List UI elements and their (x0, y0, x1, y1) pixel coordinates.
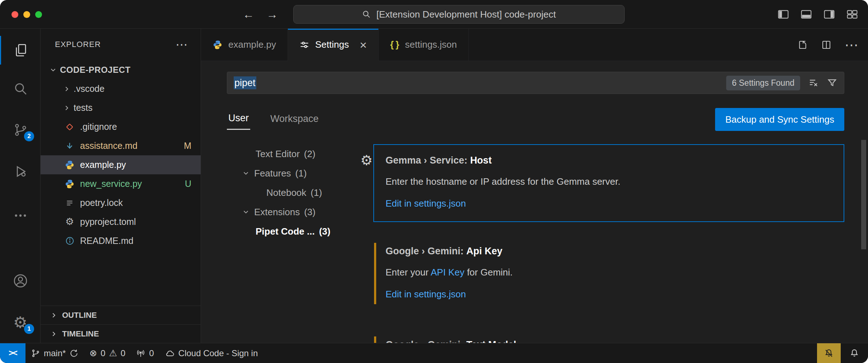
modified-setting-indicator (374, 243, 376, 304)
setting-gemma-service-host[interactable]: Gemma › Service: Host Enter the hostname… (373, 144, 844, 222)
toc-item-text-editor[interactable]: Text Editor (2) (227, 144, 356, 164)
explorer-icon[interactable] (0, 36, 41, 65)
search-view-icon[interactable] (0, 74, 41, 103)
accounts-icon[interactable] (0, 267, 41, 295)
zoom-window-button[interactable] (35, 11, 42, 18)
minimize-window-button[interactable] (23, 11, 30, 18)
setting-google-gemini-api-key[interactable]: Google › Gemini: Api Key Enter your API … (373, 235, 844, 313)
settings-toc: Text Editor (2) Features (1) Notebook (1… (227, 144, 356, 343)
chevron-right-icon (63, 104, 71, 112)
explorer-title: EXPLORER (55, 40, 101, 49)
modified-setting-indicator (374, 336, 376, 343)
outline-section-header[interactable]: OUTLINE (41, 306, 201, 324)
tree-item[interactable]: ⚙ pyproject.toml (41, 212, 201, 231)
timeline-section-header[interactable]: TIMELINE (41, 324, 201, 343)
editor-area: example.py Settings × { } settings.json … (201, 29, 868, 343)
traffic-lights (11, 11, 42, 18)
manage-settings-icon[interactable]: ⚙ 1 (0, 308, 41, 337)
command-center[interactable]: [Extension Development Host] code-projec… (293, 5, 625, 24)
settings-sliders-icon (299, 40, 309, 50)
radio-tower-icon (136, 349, 145, 358)
toml-file-icon: ⚙ (64, 217, 76, 227)
tree-item[interactable]: poetry.lock (41, 193, 201, 212)
git-branch-icon (31, 349, 40, 358)
api-key-link[interactable]: API Key (431, 267, 465, 278)
tree-item-selected[interactable]: example.py (41, 155, 201, 174)
ports-status-item[interactable]: 0 (131, 343, 159, 363)
explorer-more-actions-icon[interactable]: ⋯ (176, 37, 188, 52)
toc-item-extensions[interactable]: Extensions (3) (227, 202, 356, 222)
more-actions-icon[interactable]: ⋯ (845, 37, 859, 53)
customize-layout-icon[interactable] (846, 9, 858, 19)
setting-google-gemini-text-model[interactable]: Google › Gemini: Text Model (373, 329, 844, 343)
tree-item[interactable]: README.md (41, 231, 201, 250)
do-not-disturb-status-item[interactable] (817, 343, 841, 363)
scope-tab-user[interactable]: User (227, 109, 250, 130)
error-icon: ⊗ (89, 348, 97, 358)
cloud-icon (165, 348, 175, 358)
branch-status-item[interactable]: main* (25, 343, 84, 363)
chevron-right-icon (50, 311, 58, 319)
remote-indicator[interactable]: >< (0, 343, 25, 363)
chevron-right-icon (50, 330, 58, 338)
edit-in-settings-json-link[interactable]: Edit in settings.json (386, 289, 466, 300)
tab-example-py[interactable]: example.py (201, 29, 288, 61)
toggle-secondary-sidebar-icon[interactable] (823, 9, 835, 19)
history-back-icon[interactable]: ← (243, 8, 254, 21)
edit-in-settings-json-link[interactable]: Edit in settings.json (386, 198, 466, 209)
vertical-scrollbar[interactable] (861, 140, 866, 249)
history-forward-icon[interactable]: → (266, 8, 278, 21)
git-status-badge: M (184, 141, 191, 151)
source-control-icon[interactable]: 2 (0, 116, 41, 144)
settings-search-input[interactable]: pipet 6 Settings Found (227, 72, 844, 94)
chevron-down-icon (242, 169, 250, 177)
settings-editor: pipet 6 Settings Found User Workspace Ba… (201, 61, 868, 343)
search-icon (362, 10, 371, 19)
warning-icon: ⚠ (109, 348, 117, 358)
tree-item[interactable]: new_service.py U (41, 174, 201, 193)
settings-badge: 1 (24, 324, 34, 334)
tree-item[interactable]: tests (41, 98, 201, 117)
toc-item-pipet-code[interactable]: Pipet Code ... (3) (227, 222, 356, 241)
lock-file-icon (64, 198, 76, 208)
tree-item[interactable]: .gitignore (41, 117, 201, 136)
toc-item-notebook[interactable]: Notebook (1) (227, 183, 356, 202)
setting-actions-gear-icon[interactable]: ⚙ (360, 154, 373, 167)
cloud-code-status-item[interactable]: Cloud Code - Sign in (159, 343, 263, 363)
sync-changes-icon[interactable] (69, 349, 79, 358)
command-center-label: [Extension Development Host] code-projec… (376, 9, 556, 20)
run-and-debug-icon[interactable] (0, 157, 41, 186)
toggle-primary-sidebar-icon[interactable] (778, 9, 789, 19)
settings-count-badge: 6 Settings Found (726, 76, 800, 90)
tree-item[interactable]: assistance.md M (41, 136, 201, 155)
setting-description: Enter your API Key for Gemini. (386, 267, 833, 278)
activity-bar: 2 ⚙ 1 (0, 29, 41, 343)
notifications-bell-icon[interactable] (841, 343, 868, 363)
scope-tab-workspace[interactable]: Workspace (269, 110, 320, 129)
setting-description: Enter the hostname or IP address for the… (386, 176, 833, 187)
problems-status-item[interactable]: ⊗ 0 ⚠ 0 (84, 343, 131, 363)
split-editor-icon[interactable] (821, 39, 832, 50)
additional-views-icon[interactable] (0, 201, 41, 230)
clear-settings-search-icon[interactable] (808, 77, 819, 88)
filter-settings-icon[interactable] (827, 77, 837, 88)
tree-item[interactable]: .vscode (41, 79, 201, 98)
git-status-badge: U (185, 179, 191, 189)
tab-settings-json[interactable]: { } settings.json (379, 29, 469, 61)
close-tab-icon[interactable]: × (360, 39, 367, 51)
markdown-file-icon (64, 141, 76, 151)
python-file-icon (64, 179, 76, 189)
chevron-down-icon (242, 208, 250, 216)
python-file-icon (213, 40, 223, 50)
readme-info-icon (64, 236, 76, 246)
python-file-icon (64, 160, 76, 170)
tab-settings[interactable]: Settings × (288, 29, 379, 61)
vscode-window: ← → [Extension Development Host] code-pr… (0, 0, 868, 363)
toggle-panel-icon[interactable] (801, 9, 812, 19)
close-window-button[interactable] (11, 11, 18, 18)
toc-item-features[interactable]: Features (1) (227, 164, 356, 183)
settings-search-value: pipet (234, 76, 256, 89)
backup-sync-settings-button[interactable]: Backup and Sync Settings (715, 108, 844, 131)
open-settings-json-icon[interactable] (797, 39, 808, 50)
tree-root-folder[interactable]: CODE-PROJECT (41, 60, 201, 79)
